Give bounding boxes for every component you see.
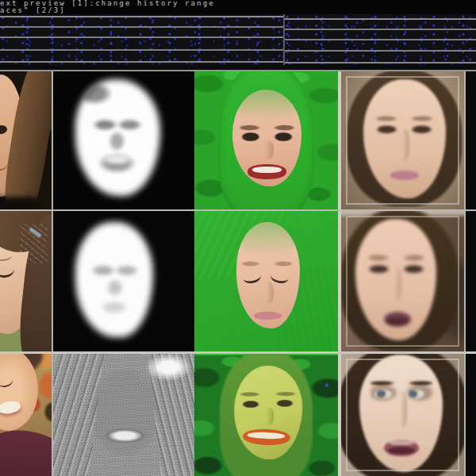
blue-speck [325, 383, 328, 387]
grid-vertical-divider [464, 70, 466, 476]
eyebrows [240, 391, 295, 397]
green-tint [232, 86, 302, 119]
nose [260, 140, 274, 159]
grid-vertical-divider [52, 70, 53, 476]
matte-features [75, 222, 153, 337]
composite-art [194, 211, 338, 351]
composite-art [194, 354, 338, 476]
terminal-output: ext preview [1]:change history range ace… [0, 0, 476, 14]
strip-row-line [0, 26, 283, 28]
green-tint [236, 219, 300, 255]
grid-horizontal-divider [0, 209, 476, 211]
photo-art [0, 71, 52, 209]
shadow [0, 197, 38, 209]
right-margin [466, 71, 476, 476]
photo-art [0, 211, 52, 351]
strip-row-line [285, 39, 476, 40]
grid-horizontal-divider [0, 351, 476, 354]
mouth [254, 312, 282, 321]
strip-row-line [0, 61, 283, 63]
cell-green-composite-row1 [194, 71, 338, 209]
light-frame [346, 76, 459, 205]
teeth [252, 167, 282, 173]
history-strip-right-pane [285, 14, 476, 71]
cell-green-composite-row2 [194, 211, 338, 351]
cell-source-photo-row1 [0, 71, 52, 209]
photo-art [0, 354, 52, 476]
strip-row-line [0, 36, 283, 38]
lips-hint [104, 427, 146, 447]
strip-row-line [0, 49, 283, 51]
app-screen: ext preview [1]:change history range ace… [0, 0, 476, 476]
history-strip-left-pane [0, 14, 283, 71]
cell-source-photo-row3 [0, 354, 52, 476]
cell-generated-face-row1 [341, 71, 464, 209]
terminal-line-2: aces" [2/3] [0, 7, 66, 14]
sweater [0, 428, 52, 476]
strip-row-line [285, 62, 476, 63]
cell-generated-face-row2 [341, 211, 464, 351]
cell-source-photo-row2 [0, 211, 52, 351]
history-strip [0, 14, 476, 71]
grid-horizontal-divider [0, 70, 476, 71]
eyebrows [241, 260, 292, 268]
cell-edge-map-row3 [53, 354, 194, 476]
eyebrows [240, 124, 294, 131]
matte-features [75, 79, 160, 195]
grid-vertical-divider [338, 70, 341, 476]
strip-row-line [285, 29, 476, 30]
strip-row-line [0, 16, 283, 17]
light-frame [346, 359, 459, 471]
nose [262, 282, 274, 305]
highlight-patch [146, 354, 191, 381]
strip-row-line [285, 18, 476, 20]
cell-green-composite-row3 [194, 354, 338, 476]
strip-vertical-divider [283, 14, 285, 67]
strip-row-line [285, 50, 476, 52]
cell-generated-face-row3 [341, 354, 464, 476]
nose [262, 407, 274, 426]
cell-face-matte-row2 [53, 211, 194, 351]
cell-face-matte-row1 [53, 71, 194, 209]
composite-art [194, 71, 338, 209]
preview-grid [0, 71, 476, 476]
light-frame [346, 216, 459, 347]
